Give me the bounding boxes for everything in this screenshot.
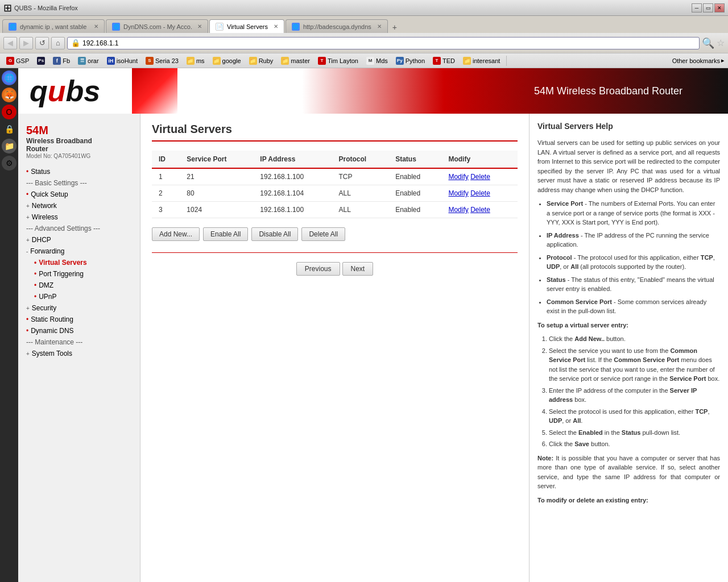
seria23-icon: S xyxy=(146,57,154,65)
chrome-app-1[interactable]: 🌐 xyxy=(2,70,16,85)
nav-item-dmz[interactable]: • DMZ xyxy=(18,280,140,291)
chrome-app-2[interactable]: 🦊 xyxy=(2,88,16,102)
tab-3[interactable]: 📄 Virtual Servers ✕ xyxy=(209,19,284,33)
nav-item-forwarding[interactable]: - Forwarding xyxy=(18,246,140,257)
nav-bullet-pt: • xyxy=(34,270,36,278)
bookmark-isohunt[interactable]: iH isoHunt xyxy=(104,56,140,65)
nav-section-basic: --- Basic Settings --- xyxy=(18,177,140,189)
tab-3-close[interactable]: ✕ xyxy=(274,23,278,30)
fb-icon: f xyxy=(53,57,61,65)
row3-modify-link[interactable]: Modify xyxy=(448,206,468,214)
google-icon: 📁 xyxy=(213,57,221,65)
delete-all-button[interactable]: Delete All xyxy=(301,227,345,241)
nav-label-dmz: DMZ xyxy=(39,281,53,289)
bookmark-interesant[interactable]: 📁 interesant xyxy=(460,56,503,65)
bookmark-master[interactable]: 📁 master xyxy=(278,56,313,65)
chrome-app-6[interactable]: ⚙ xyxy=(2,156,16,171)
nav-item-porttriggering[interactable]: • Port Triggering xyxy=(18,268,140,280)
row1-ip: 192.168.1.100 xyxy=(253,168,332,185)
row2-port: 80 xyxy=(180,185,253,202)
tab-4[interactable]: 🌐 http://badescuga.dyndns... ✕ xyxy=(286,19,388,33)
row2-modify-link[interactable]: Modify xyxy=(448,189,468,197)
tab-4-label: http://badescuga.dyndns... xyxy=(303,23,371,30)
new-tab-button[interactable]: + xyxy=(389,22,400,33)
nav-brand: 54M Wireless Broadband Router Model No: … xyxy=(18,119,140,166)
address-bar[interactable]: 🔒 192.168.1.1 xyxy=(67,37,700,49)
reload-button[interactable]: ↺ xyxy=(35,37,49,49)
tab-2-close[interactable]: ✕ xyxy=(197,23,202,30)
back-button[interactable]: ◀ xyxy=(3,37,17,49)
help-step-2: Select the service you want to use from … xyxy=(549,346,720,384)
disable-all-button[interactable]: Disable All xyxy=(251,227,298,241)
nav-item-virtualservers[interactable]: • Virtual Servers xyxy=(18,257,140,268)
title-bar: ⊞ QUBS - Mozilla Firefox ─ ▭ ✕ xyxy=(0,0,728,16)
chrome-app-5[interactable]: 📁 xyxy=(2,139,16,153)
bookmark-tim[interactable]: T Tim Layton xyxy=(315,56,361,65)
bookmark-google[interactable]: 📁 google xyxy=(210,56,244,65)
help-step5-status: Status xyxy=(622,429,641,436)
nav-item-dhcp[interactable]: + DHCP xyxy=(18,234,140,246)
mds-icon: M xyxy=(366,57,374,65)
help-item-protocol: Protocol - The protocol used for this ap… xyxy=(547,253,720,272)
router-logo: qubs xyxy=(30,74,100,108)
enable-all-button[interactable]: Enable All xyxy=(203,227,248,241)
row3-delete-link[interactable]: Delete xyxy=(470,206,490,214)
tab-1-close[interactable]: ✕ xyxy=(94,23,98,30)
nav-item-dynamicdns[interactable]: • Dynamic DNS xyxy=(18,325,140,336)
col-header-protocol: Protocol xyxy=(332,151,388,168)
nav-label-forwarding: Forwarding xyxy=(30,247,64,255)
row1-delete-link[interactable]: Delete xyxy=(470,173,490,181)
bookmark-ms[interactable]: 📁 ms xyxy=(184,56,208,65)
help-all: All xyxy=(570,263,578,270)
next-button[interactable]: Next xyxy=(342,262,374,276)
previous-button[interactable]: Previous xyxy=(296,262,340,276)
chrome-app-4[interactable]: 🔒 xyxy=(2,122,16,136)
row2-delete-link[interactable]: Delete xyxy=(470,189,490,197)
minimize-button[interactable]: ─ xyxy=(692,3,702,13)
gsp-icon: G xyxy=(6,57,14,65)
bookmark-gsp[interactable]: G GSP xyxy=(3,56,32,65)
home-button[interactable]: ⌂ xyxy=(51,37,65,49)
bookmark-seria23[interactable]: S Seria 23 xyxy=(143,56,181,65)
bookmark-python[interactable]: Py Python xyxy=(393,56,428,65)
tab-1[interactable]: 🌐 dynamic ip , want stable ... ✕ xyxy=(2,19,105,33)
nav-label-virtualservers: Virtual Servers xyxy=(39,259,87,267)
nav-item-wireless[interactable]: + Wireless xyxy=(18,211,140,223)
row3-modify: Modify Delete xyxy=(441,202,518,218)
close-button[interactable]: ✕ xyxy=(714,3,725,13)
bookmark-ted[interactable]: T TED xyxy=(430,56,458,65)
nav-item-security[interactable]: + Security xyxy=(18,302,140,314)
ruby-icon: 📁 xyxy=(249,57,257,65)
bookmark-mds[interactable]: M Mds xyxy=(363,56,391,65)
help-modify-title: To modify or delete an existing entry: xyxy=(537,496,720,505)
help-setup-title: To setup a virtual server entry: xyxy=(537,321,720,330)
forward-button[interactable]: ▶ xyxy=(19,37,33,49)
bookmark-ps[interactable]: Ps xyxy=(34,56,48,65)
nav-item-upnp[interactable]: • UPnP xyxy=(18,291,140,302)
add-new-button[interactable]: Add New... xyxy=(152,227,200,241)
help-step-4: Select the protocol is used for this app… xyxy=(549,407,720,426)
row1-modify-link[interactable]: Modify xyxy=(448,173,468,181)
tab-2[interactable]: 🌐 DynDNS.com - My Acco... ✕ xyxy=(106,19,208,33)
bookmark-ruby[interactable]: 📁 Ruby xyxy=(246,56,276,65)
col-header-modify: Modify xyxy=(441,151,518,168)
help-item-ipaddress: IP Address - The IP address of the PC ru… xyxy=(547,231,720,250)
router-page: qubs 54M Wireless Broadband Router 54M W… xyxy=(18,68,728,582)
tab-4-close[interactable]: ✕ xyxy=(377,23,382,30)
nav-plus-systemtools: + xyxy=(26,351,30,357)
nav-bullet-upnp: • xyxy=(34,293,36,301)
nav-item-network[interactable]: + Network xyxy=(18,200,140,211)
restore-button[interactable]: ▭ xyxy=(703,3,713,13)
bookmark-fb[interactable]: f Fb xyxy=(50,56,73,65)
nav-item-quicksetup[interactable]: • Quick Setup xyxy=(18,189,140,200)
col-header-port: Service Port xyxy=(180,151,253,168)
nav-item-staticrouting[interactable]: • Static Routing xyxy=(18,314,140,325)
other-bookmarks[interactable]: Other bookmarks ▸ xyxy=(672,57,725,64)
chrome-app-3[interactable]: O xyxy=(2,105,16,119)
nav-item-status[interactable]: • Status xyxy=(18,166,140,177)
bookmark-isohunt-label: isoHunt xyxy=(117,57,138,64)
nav-item-systemtools[interactable]: + System Tools xyxy=(18,348,140,359)
main-container: 🌐 🦊 O 🔒 📁 ⚙ qubs 54M Wireless Broadband … xyxy=(0,68,728,582)
bookmark-star[interactable]: ☆ xyxy=(717,38,725,48)
bookmark-orar[interactable]: ☰ orar xyxy=(75,56,102,65)
